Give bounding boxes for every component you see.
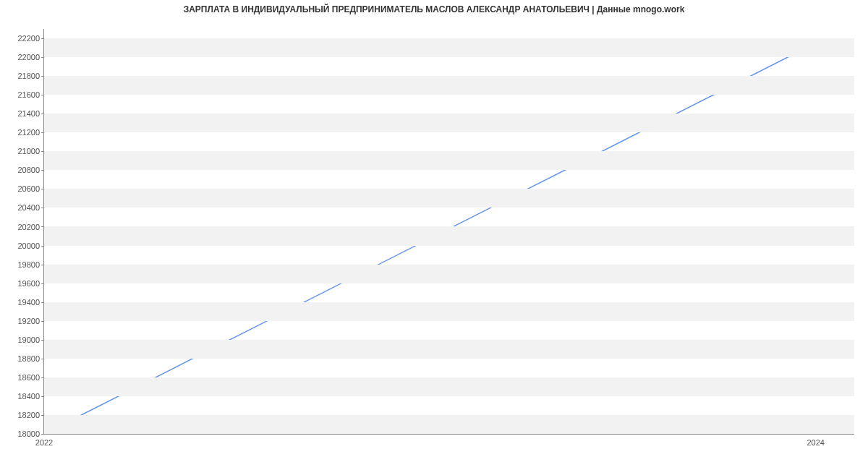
- y-tick-mark: [41, 359, 44, 359]
- y-tick-mark: [41, 189, 44, 189]
- y-tick-mark: [41, 246, 44, 247]
- y-tick-mark: [41, 340, 44, 341]
- grid-band: [44, 377, 854, 396]
- y-tick-mark: [41, 76, 44, 77]
- y-tick-mark: [41, 38, 44, 39]
- grid-band: [44, 38, 854, 57]
- y-tick-mark: [41, 151, 44, 152]
- chart-container: ЗАРПЛАТА В ИНДИВИДУАЛЬНЫЙ ПРЕДПРИНИМАТЕЛ…: [0, 0, 868, 470]
- x-tick-label: 2022: [35, 434, 53, 447]
- y-tick-mark: [41, 132, 44, 133]
- y-tick-mark: [41, 283, 44, 284]
- grid-band: [44, 226, 854, 245]
- y-tick-mark: [41, 226, 44, 227]
- y-tick-mark: [41, 170, 44, 171]
- x-tick-label: 2024: [807, 434, 824, 447]
- y-tick-mark: [41, 377, 44, 378]
- grid-band: [44, 302, 854, 321]
- y-tick-mark: [41, 208, 44, 208]
- y-tick-mark: [41, 114, 44, 114]
- y-tick-mark: [41, 321, 44, 322]
- y-tick-mark: [41, 302, 44, 303]
- grid-band: [44, 340, 854, 359]
- grid-band: [44, 76, 854, 95]
- y-tick-mark: [41, 396, 44, 397]
- grid-band: [44, 189, 854, 208]
- grid-band: [44, 415, 854, 434]
- grid-band: [44, 265, 854, 283]
- y-tick-mark: [41, 95, 44, 95]
- grid-band: [44, 151, 854, 170]
- plot-area: 1800018200184001860018800190001920019400…: [43, 29, 854, 435]
- y-tick-mark: [41, 415, 44, 416]
- chart-title: ЗАРПЛАТА В ИНДИВИДУАЛЬНЫЙ ПРЕДПРИНИМАТЕЛ…: [0, 4, 868, 14]
- y-tick-mark: [41, 265, 44, 265]
- y-tick-mark: [41, 57, 44, 58]
- grid-band: [44, 114, 854, 132]
